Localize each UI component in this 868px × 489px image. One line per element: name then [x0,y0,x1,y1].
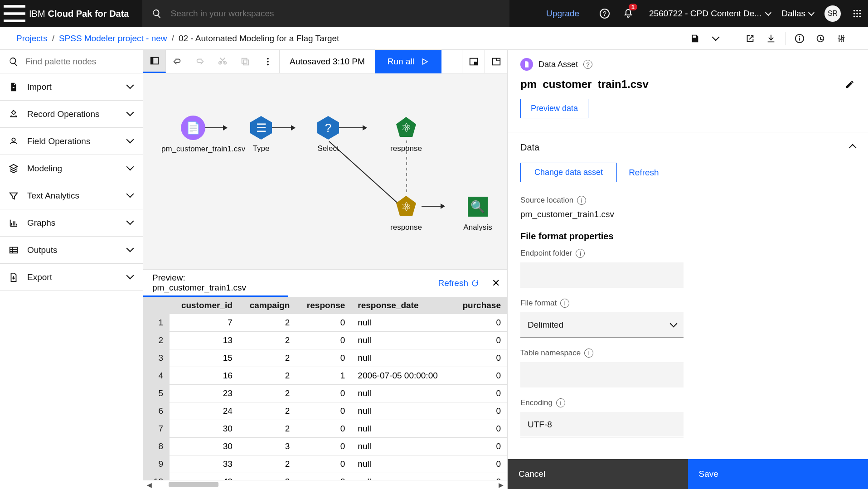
table-cell: 30 [170,420,239,438]
preview-refresh-link[interactable]: Refresh [438,278,485,288]
preview-table-scroll[interactable]: customer_idcampaignresponseresponse_date… [143,297,507,480]
palette-category-outputs[interactable]: Outputs [0,237,143,264]
table-row[interactable]: 73020null0 [143,420,507,438]
breadcrumb-link-projects[interactable]: Projects [16,34,48,44]
table-row[interactable]: 21320null0 [143,332,507,349]
workspace-switcher[interactable]: 2560722 - CPD Content De... [640,9,776,19]
source-location-label: Source location [520,196,573,205]
run-all-button[interactable]: Run all [375,50,441,73]
undo-button[interactable] [166,50,189,73]
region-switcher[interactable]: Dallas [776,9,819,19]
properties-panel: Data Asset ? pm_customer_train1.csv Prev… [508,50,868,489]
table-cell: null [351,332,452,349]
info-icon[interactable]: ? [583,60,592,69]
palette-category-field-operations[interactable]: Field Operations [0,128,143,155]
palette-category-modeling[interactable]: Modeling [0,155,143,182]
file-format-select[interactable]: Delimited [520,312,684,338]
hamburger-icon [0,0,29,28]
asset-link-button[interactable] [740,28,761,49]
info-button[interactable] [789,28,810,49]
section-header-data[interactable]: Data [520,132,855,163]
save-button[interactable]: Save [688,459,868,489]
column-header[interactable]: response_date [351,297,452,314]
table-cell: 2 [239,314,296,332]
download-button[interactable] [761,28,781,49]
node-select[interactable]: ? Select [296,115,360,153]
preview-data-button[interactable]: Preview data [520,99,588,118]
table-row[interactable]: 104230null0 [143,473,507,480]
history-button[interactable] [810,28,831,49]
palette-category-record-operations[interactable]: Record Operations [0,101,143,128]
cancel-button[interactable]: Cancel [508,459,688,489]
palette-category-label: Export [27,272,119,282]
notifications-button[interactable]: 1 [616,0,640,27]
table-row[interactable]: 52320null0 [143,385,507,402]
hamburger-menu-button[interactable] [0,0,29,27]
row-number-cell: 7 [143,420,170,438]
column-header[interactable]: customer_id [170,297,239,314]
table-row[interactable]: 1720null0 [143,314,507,332]
node-type[interactable]: ☰ Type [229,115,293,153]
flow-canvas[interactable]: 📄 pm_customer_train1.csv ☰ Type ? Select… [143,73,507,269]
redo-button[interactable] [189,50,211,73]
info-icon[interactable]: i [556,398,565,407]
table-row[interactable]: 416212006-07-05 00:00:000 [143,367,507,385]
table-cell: 0 [296,438,351,455]
table-cell: 33 [170,455,239,473]
node-import[interactable]: 📄 pm_customer_train1.csv [161,115,225,154]
graphs-icon [8,218,19,228]
refresh-data-link[interactable]: Refresh [629,168,659,178]
svg-rect-22 [474,62,477,65]
edit-name-button[interactable] [844,79,855,90]
global-search-input[interactable] [170,9,500,19]
change-data-asset-button[interactable]: Change data asset [520,163,617,182]
scroll-thumb[interactable] [169,482,218,487]
breadcrumb-link-project[interactable]: SPSS Modeler project - new [59,34,167,44]
encoding-label: Encoding [520,398,553,407]
node-response-nugget[interactable]: ⚛ response [374,194,438,232]
palette-category-text-analytics[interactable]: Text Analytics [0,182,143,209]
column-header[interactable]: purchase [452,297,507,314]
palette-search[interactable] [0,50,143,73]
help-button[interactable]: ? [593,0,616,27]
user-avatar[interactable]: SR [824,5,841,22]
cut-button[interactable] [211,50,234,73]
app-switcher-button[interactable] [846,9,868,19]
view-map-button[interactable] [462,50,485,73]
column-header[interactable]: response [296,297,351,314]
app-header: IBM Cloud Pak for Data Upgrade ? 1 25607… [0,0,868,27]
preview-close-button[interactable]: ✕ [485,277,507,289]
save-flow-button[interactable] [684,28,705,49]
palette-category-import[interactable]: Import [0,73,143,101]
palette-category-export[interactable]: Export [0,264,143,291]
import-icon [8,82,19,92]
info-icon[interactable]: i [584,349,593,358]
node-analysis[interactable]: 🔍 Analysis [446,194,507,232]
palette-category-graphs[interactable]: Graphs [0,209,143,237]
endpoint-folder-input[interactable] [520,262,684,288]
table-row[interactable]: 62420null0 [143,402,507,420]
table-namespace-input[interactable] [520,362,684,387]
info-icon[interactable]: i [576,249,585,258]
chevron-down-icon [127,137,135,145]
toggle-palette-button[interactable] [143,50,166,73]
column-header[interactable]: campaign [239,297,296,314]
table-row[interactable]: 83030null0 [143,438,507,455]
overflow-menu-button[interactable] [257,50,279,73]
preview-hscrollbar[interactable]: ◀ ▶ [143,480,507,489]
settings-flow-button[interactable] [831,28,852,49]
save-dropdown-button[interactable] [705,28,726,49]
encoding-input[interactable]: UTF-8 [520,412,684,437]
fit-view-button[interactable] [485,50,507,73]
endpoint-folder-label: Endpoint folder [520,249,572,258]
copy-button[interactable] [234,50,257,73]
node-response-model[interactable]: ⚛ response [374,115,438,153]
info-icon[interactable]: i [560,299,569,308]
svg-point-19 [267,61,269,63]
upgrade-link[interactable]: Upgrade [533,9,593,19]
table-row[interactable]: 31520null0 [143,349,507,367]
info-icon[interactable]: i [577,196,586,205]
table-row[interactable]: 93320null0 [143,455,507,473]
palette-search-input[interactable] [25,57,135,67]
global-search[interactable] [142,0,509,27]
